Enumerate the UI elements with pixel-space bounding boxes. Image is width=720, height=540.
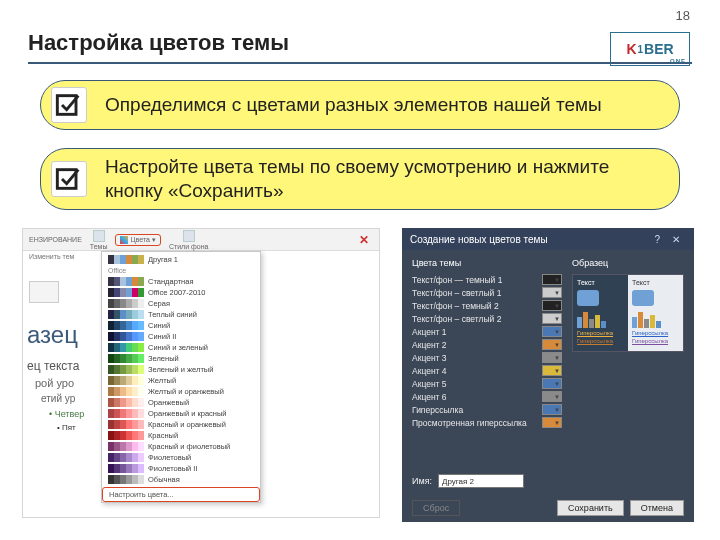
scheme-label: Фиолетовый [148,453,191,462]
scheme-row[interactable]: Оранжевый и красный [102,408,260,419]
chevron-down-icon: ▼ [554,303,561,309]
color-swatch-picker[interactable]: ▼ [542,339,562,350]
cancel-button[interactable]: Отмена [630,500,684,516]
color-swatch-picker[interactable]: ▼ [542,300,562,311]
customize-colors[interactable]: Настроить цвета... [102,487,260,502]
sample-heading: Образец [572,258,684,268]
chevron-down-icon: ▼ [554,316,561,322]
screenshot-theme-colors-dialog: Создание новых цветов темы ? ✕ Цвета тем… [402,228,694,522]
color-swatch-picker[interactable]: ▼ [542,352,562,363]
name-label: Имя: [412,476,432,486]
scheme-row[interactable]: Зеленый и желтый [102,364,260,375]
color-option-row: Текст/фон — темный 1▼ [412,274,562,285]
scheme-row[interactable]: Зеленый [102,353,260,364]
palette-icon [120,236,128,244]
name-row: Имя: [412,474,524,488]
dropdown-header: Office [102,265,260,276]
ribbon-themes[interactable]: Темы [90,230,108,250]
colors-button[interactable]: Цвета▾ [115,234,161,246]
sample-column: Образец Текст Гиперссылка Гиперссылка Те… [572,258,684,486]
preview-dark: Текст Гиперссылка Гиперссылка [573,275,628,351]
scheme-row[interactable]: Теплый синий [102,309,260,320]
ribbon-tab: ЕНЗИРОВАНИЕ [29,236,82,243]
scheme-row[interactable]: Синий [102,320,260,331]
chevron-down-icon: ▼ [554,420,561,426]
dialog-titlebar: Создание новых цветов темы ? ✕ [402,228,694,250]
check-icon [51,87,87,123]
scheme-row[interactable]: Красный и оранжевый [102,419,260,430]
chevron-down-icon: ▼ [554,355,561,361]
scheme-row[interactable]: Office 2007-2010 [102,287,260,298]
color-swatch-picker[interactable]: ▼ [542,391,562,402]
ribbon-close-mode[interactable]: ✕ [359,233,373,247]
color-swatch-picker[interactable]: ▼ [542,404,562,415]
ribbon-bgstyles[interactable]: Стили фона [169,230,209,250]
color-option-label: Гиперссылка [412,405,463,415]
preview-shape [577,290,599,306]
scheme-row[interactable]: Серая [102,298,260,309]
preview-light: Текст Гиперссылка Гиперссылка [628,275,683,351]
preview-bars [577,310,624,328]
color-option-row: Акцент 4▼ [412,365,562,376]
scheme-row[interactable]: Желтый и оранжевый [102,386,260,397]
scheme-label: Желтый [148,376,176,385]
slide-text-1: ец текста [27,359,79,373]
preview-visited: Гиперссылка [632,338,679,344]
scheme-row[interactable]: Фиолетовый II [102,463,260,474]
color-swatch-picker[interactable]: ▼ [542,274,562,285]
chevron-down-icon: ▼ [554,290,561,296]
callout-1-text: Определимся с цветами разных элементов н… [105,93,602,117]
color-swatch-picker[interactable]: ▼ [542,313,562,324]
scheme-row[interactable]: Синий II [102,331,260,342]
scheme-row[interactable]: Красный [102,430,260,441]
color-swatch-picker[interactable]: ▼ [542,326,562,337]
color-swatch-picker[interactable]: ▼ [542,417,562,428]
scheme-label: Синий [148,321,170,330]
color-option-row: Акцент 6▼ [412,391,562,402]
callout-2-text: Настройте цвета темы по своему усмотрени… [105,155,665,203]
scheme-row[interactable]: Другая 1 [102,254,260,265]
preview-link: Гиперссылка [577,330,624,336]
save-button[interactable]: Сохранить [557,500,624,516]
theme-name-input[interactable] [438,474,524,488]
color-option-row: Акцент 3▼ [412,352,562,363]
scheme-label: Красный и фиолетовый [148,442,230,451]
chevron-down-icon: ▼ [554,342,561,348]
scheme-row[interactable]: Желтый [102,375,260,386]
scheme-label: Зеленый [148,354,179,363]
brand-logo: K1BER ONE [610,32,690,66]
colors-column: Цвета темы Текст/фон — темный 1▼Текст/фо… [412,258,562,486]
color-swatch-picker[interactable]: ▼ [542,365,562,376]
preview-text: Текст [632,279,650,286]
help-icon[interactable]: ? [648,234,666,245]
color-option-row: Просмотренная гиперссылка▼ [412,417,562,428]
slide-thumb[interactable] [29,281,59,303]
reset-button[interactable]: Сброс [412,500,460,516]
scheme-label: Оранжевый и красный [148,409,227,418]
color-option-label: Текст/фон – темный 2 [412,301,499,311]
close-icon[interactable]: ✕ [666,234,686,245]
scheme-label: Красный и оранжевый [148,420,226,429]
scheme-row[interactable]: Красный и фиолетовый [102,441,260,452]
dialog-body: Цвета темы Текст/фон — темный 1▼Текст/фо… [402,250,694,494]
color-swatch-picker[interactable]: ▼ [542,287,562,298]
color-swatch-picker[interactable]: ▼ [542,378,562,389]
scheme-row[interactable]: Фиолетовый [102,452,260,463]
scheme-row[interactable]: Синий и зеленый [102,342,260,353]
preview-box: Текст Гиперссылка Гиперссылка Текст Гипе… [572,274,684,352]
scheme-row[interactable]: Обычная [102,474,260,485]
ribbon: ЕНЗИРОВАНИЕ Темы Цвета▾ Стили фона ✕ [23,229,379,251]
scheme-row[interactable]: Оранжевый [102,397,260,408]
color-scheme-dropdown[interactable]: Другая 1 Office СтандартнаяOffice 2007-2… [101,251,261,503]
color-option-row: Акцент 5▼ [412,378,562,389]
scheme-label: Зеленый и желтый [148,365,213,374]
color-option-row: Гиперссылка▼ [412,404,562,415]
page-number: 18 [676,8,690,23]
scheme-row[interactable]: Стандартная [102,276,260,287]
scheme-label: Фиолетовый II [148,464,198,473]
preview-bars [632,310,679,328]
callout-2: Настройте цвета темы по своему усмотрени… [40,148,680,210]
dialog-footer: Сброс Сохранить Отмена [402,494,694,522]
callout-1: Определимся с цветами разных элементов н… [40,80,680,130]
preview-shape [632,290,654,306]
